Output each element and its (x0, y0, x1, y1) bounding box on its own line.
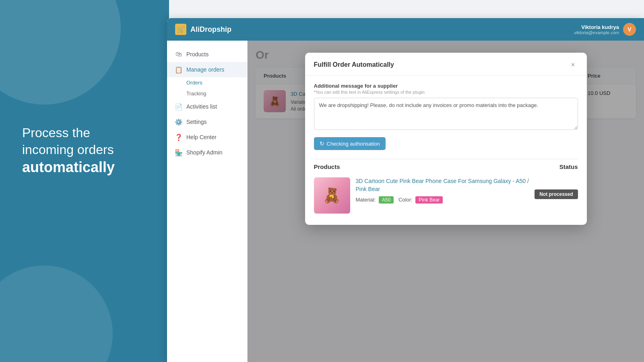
checking-authorisation-button[interactable]: ↻ Checking authorisation (314, 137, 386, 150)
logo-text: AliDropship (190, 25, 231, 34)
modal-product-info: 3D Cartoon Cute Pink Bear Phone Case For… (356, 177, 529, 204)
hero-line2: incoming orders (22, 142, 115, 158)
background-panel (0, 0, 169, 362)
sidebar-item-activities[interactable]: 📄 Activities list (167, 99, 247, 114)
bg-circle-bottom (0, 265, 113, 362)
material-badge: A50 (379, 196, 394, 204)
sidebar-item-products[interactable]: 🛍 Products (167, 47, 247, 62)
modal-product-status-area: Not processed (535, 177, 578, 199)
modal-body: Additional message for a supplier *You c… (305, 76, 587, 225)
modal-product-thumbnail (314, 177, 350, 214)
color-badge: Pink Bear (415, 196, 443, 204)
modal-close-button[interactable]: × (568, 60, 578, 70)
sidebar-label-settings: Settings (186, 119, 207, 125)
sidebar-subitem-orders[interactable]: Orders (186, 77, 247, 88)
sidebar-sub-orders: Orders Tracking (167, 77, 247, 99)
modal-overlay: Fulfill Order Automatically × Additional… (248, 41, 644, 362)
status-badge-not-processed: Not processed (535, 189, 578, 199)
checking-btn-label: Checking authorisation (327, 141, 380, 147)
content-area: 🛍 Products 📋 Manage orders Orders Tracki… (167, 41, 644, 362)
hero-line1: Process the (22, 125, 115, 142)
sidebar-label-manage-orders: Manage orders (186, 66, 224, 73)
user-area: Viktoria kudrya viktoria@example.com V (574, 23, 636, 36)
color-label: Color: (398, 197, 413, 203)
sidebar-label-help: Help Center (186, 134, 217, 140)
modal-product-attrs: Material: A50 Color: Pink Bear (356, 196, 529, 204)
logo-area: 🛒 AliDropship (175, 24, 231, 35)
sidebar-label-shopify: Shopify Admin (186, 149, 223, 156)
sidebar-item-help[interactable]: ❓ Help Center (167, 130, 247, 145)
products-icon: 🛍 (175, 51, 182, 58)
modal-products-col-label: Products (314, 163, 340, 170)
hero-text: Process the incoming orders automaticall… (22, 125, 115, 177)
sidebar: 🛍 Products 📋 Manage orders Orders Tracki… (167, 41, 248, 362)
material-label: Material: (356, 197, 376, 203)
sidebar-item-manage-orders[interactable]: 📋 Manage orders (167, 62, 247, 77)
modal-products-header: Products Status (314, 159, 578, 173)
user-info: Viktoria kudrya viktoria@example.com (574, 24, 619, 35)
user-avatar[interactable]: V (623, 23, 636, 36)
modal-product-row: 3D Cartoon Cute Pink Bear Phone Case For… (314, 173, 578, 218)
fulfill-modal: Fulfill Order Automatically × Additional… (305, 53, 587, 225)
supplier-message-textarea[interactable] (314, 98, 578, 130)
activities-icon: 📄 (175, 103, 182, 110)
top-nav: 🛒 AliDropship Viktoria kudrya viktoria@e… (167, 18, 644, 41)
checking-spin-icon: ↻ (320, 140, 324, 147)
sidebar-item-shopify[interactable]: 🏪 Shopify Admin (167, 145, 247, 160)
supplier-message-sublabel: *You can edit this text in AliExpress se… (314, 90, 578, 95)
sidebar-label-products: Products (186, 51, 208, 58)
logo-icon: 🛒 (175, 24, 186, 35)
user-email: viktoria@example.com (574, 30, 619, 35)
user-name: Viktoria kudrya (574, 24, 619, 30)
main-content: Or Products Tracking Quantity Price 3D (248, 41, 644, 362)
hero-line3: automatically (22, 158, 115, 177)
orders-icon: 📋 (175, 66, 182, 73)
modal-product-link[interactable]: 3D Cartoon Cute Pink Bear Phone Case For… (356, 177, 529, 193)
settings-icon: ⚙️ (175, 118, 182, 125)
shopify-icon: 🏪 (175, 149, 182, 156)
bg-circle-top (0, 0, 121, 105)
sidebar-subitem-tracking[interactable]: Tracking (186, 88, 247, 99)
supplier-message-label: Additional message for a supplier (314, 83, 578, 89)
app-window: 🛒 AliDropship Viktoria kudrya viktoria@e… (167, 18, 644, 362)
sidebar-item-settings[interactable]: ⚙️ Settings (167, 114, 247, 130)
modal-status-col-label: Status (559, 163, 578, 170)
sidebar-label-activities: Activities list (186, 103, 217, 110)
modal-title: Fulfill Order Automatically (314, 61, 394, 68)
modal-header: Fulfill Order Automatically × (305, 53, 587, 76)
help-icon: ❓ (175, 134, 182, 141)
